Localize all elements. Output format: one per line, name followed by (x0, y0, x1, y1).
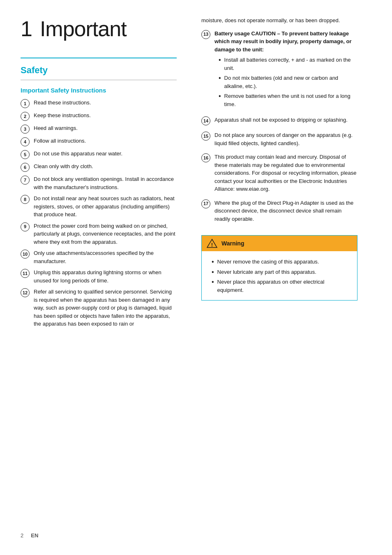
list-item: 1 Read these instructions. (21, 99, 177, 108)
left-column: 1 Important Safety Important Safety Inst… (0, 16, 189, 528)
warning-bullet-item: •Never lubricate any part of this appara… (212, 268, 351, 276)
instructions-list-left: 1 Read these instructions. 2 Keep these … (21, 99, 177, 328)
bullet-dot: • (219, 92, 221, 100)
warning-body: •Never remove the casing of this apparat… (202, 251, 357, 300)
item-number: 17 (201, 199, 210, 208)
item-number: 7 (21, 176, 30, 185)
list-item: 9 Protect the power cord from being walk… (21, 222, 177, 246)
item-number: 3 (21, 125, 30, 134)
item-text: Apparatus shall not be exposed to drippi… (214, 116, 357, 124)
warning-icon: ! (207, 238, 217, 249)
item-number: 6 (21, 163, 30, 172)
list-item: 7 Do not block any ventilation openings.… (21, 175, 177, 191)
list-item: 6 Clean only with dry cloth. (21, 162, 177, 172)
list-item: 3 Heed all warnings. (21, 124, 177, 134)
list-item: 17Where the plug of the Direct Plug-in A… (201, 199, 357, 223)
item-number: 10 (21, 250, 30, 259)
chapter-number: 1 (21, 16, 32, 41)
warning-header: ! Warning (202, 236, 357, 251)
item-text: This product may contain lead and mercur… (214, 153, 357, 193)
item-text: Heed all warnings. (34, 124, 177, 132)
intro-text: moisture, does not operate normally, or … (201, 16, 357, 25)
chapter-title: Important (40, 16, 127, 41)
item-number: 2 (21, 112, 30, 121)
language-label: EN (31, 532, 38, 539)
bullet-text: Install all batteries correctly, + and -… (224, 56, 357, 72)
item-text: Do not use this apparatus near water. (34, 150, 177, 158)
page: 1 Important Safety Important Safety Inst… (0, 0, 392, 555)
bullet-dot: • (219, 74, 221, 82)
item-number: 14 (201, 116, 210, 125)
bullet-text: Remove batteries when the unit is not us… (224, 92, 357, 108)
item-text: Do not place any sources of danger on th… (214, 131, 357, 147)
item-number: 4 (21, 137, 30, 146)
item-text: Keep these instructions. (34, 111, 177, 120)
bullet-dot: • (219, 56, 221, 64)
item-text: Only use attachments/accessories specifi… (34, 249, 177, 265)
instructions-list-right: 13Battery usage CAUTION – To prevent bat… (201, 30, 357, 223)
item-number: 15 (201, 132, 210, 141)
item-number: 12 (21, 288, 30, 297)
subsection-title: Important Safety Instructions (21, 87, 177, 94)
bullet-dot: • (212, 258, 214, 266)
bullet-item: •Remove batteries when the unit is not u… (219, 92, 357, 108)
item-number: 8 (21, 195, 30, 204)
item-number: 9 (21, 222, 30, 231)
bullet-text: Never place this apparatus on other elec… (217, 278, 351, 294)
list-item: 4 Follow all instructions. (21, 137, 177, 146)
item-text: Follow all instructions. (34, 137, 177, 145)
bullet-dot: • (212, 278, 214, 286)
bullet-dot: • (212, 268, 214, 276)
item-number: 5 (21, 150, 30, 159)
bullet-text: Never lubricate any part of this apparat… (217, 268, 316, 276)
svg-text:!: ! (211, 242, 213, 248)
item-text: Do not block any ventilation openings. I… (34, 175, 177, 191)
item-text: Protect the power cord from being walked… (34, 222, 177, 246)
warning-bullets-list: •Never remove the casing of this apparat… (212, 258, 351, 294)
list-item: 13Battery usage CAUTION – To prevent bat… (201, 30, 357, 111)
warning-label: Warning (221, 240, 244, 247)
item-text: Clean only with dry cloth. (34, 162, 177, 171)
page-number: 2 (21, 532, 23, 539)
warning-box: ! Warning •Never remove the casing of th… (201, 235, 357, 301)
item-number: 11 (21, 269, 30, 278)
section-divider (21, 80, 177, 80)
list-item: 11 Unplug this apparatus during lightnin… (21, 268, 177, 284)
top-divider (21, 58, 177, 58)
item-number: 1 (21, 99, 30, 108)
item-text: Do not install near any heat sources suc… (34, 194, 177, 219)
warning-bullet-item: •Never remove the casing of this apparat… (212, 258, 351, 266)
item-number: 16 (201, 153, 210, 162)
page-footer: 2 EN (0, 528, 392, 539)
list-item: 5 Do not use this apparatus near water. (21, 150, 177, 159)
list-item: 12 Refer all servicing to qualified serv… (21, 288, 177, 328)
item-number: 13 (201, 30, 210, 39)
list-item: 10 Only use attachments/accessories spec… (21, 249, 177, 265)
bullet-item: •Install all batteries correctly, + and … (219, 56, 357, 72)
bullet-item: •Do not mix batteries (old and new or ca… (219, 74, 357, 90)
item-text: Refer all servicing to qualified service… (34, 288, 177, 328)
bullet-text: Do not mix batteries (old and new or car… (224, 74, 357, 90)
item-text: Read these instructions. (34, 99, 177, 107)
bullet-list: •Install all batteries correctly, + and … (219, 56, 357, 108)
list-item: 2 Keep these instructions. (21, 111, 177, 121)
item-text: Where the plug of the Direct Plug-in Ada… (214, 199, 357, 223)
right-column: moisture, does not operate normally, or … (189, 16, 378, 528)
list-item: 14Apparatus shall not be exposed to drip… (201, 116, 357, 125)
section-title: Safety (21, 65, 177, 76)
item-text: Battery usage CAUTION – To prevent batte… (214, 30, 357, 111)
warning-bullet-item: •Never place this apparatus on other ele… (212, 278, 351, 294)
bullet-text: Never remove the casing of this apparatu… (217, 258, 319, 266)
list-item: 15Do not place any sources of danger on … (201, 131, 357, 147)
list-item: 16This product may contain lead and merc… (201, 153, 357, 193)
item-text: Unplug this apparatus during lightning s… (34, 268, 177, 284)
list-item: 8 Do not install near any heat sources s… (21, 194, 177, 219)
